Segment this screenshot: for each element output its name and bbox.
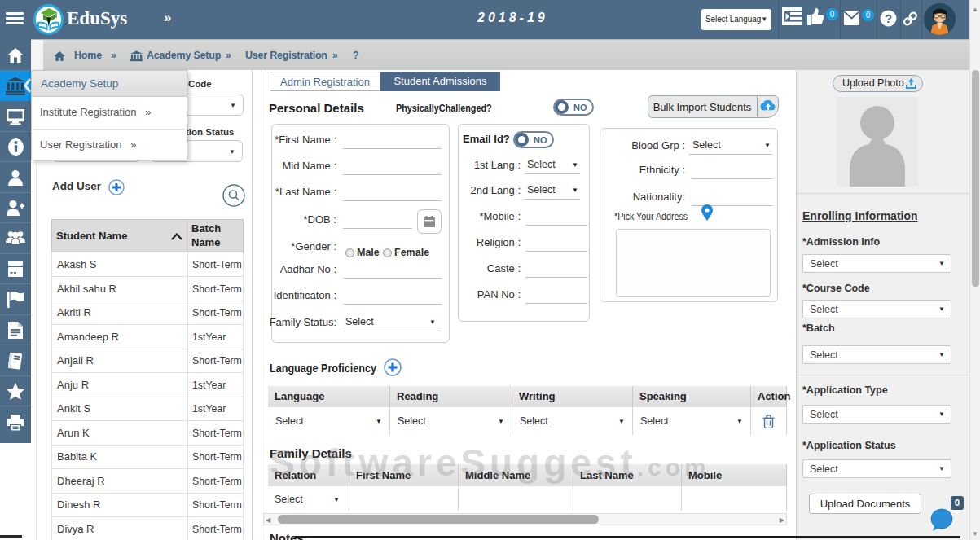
svg-text:?: ? [885,11,892,25]
